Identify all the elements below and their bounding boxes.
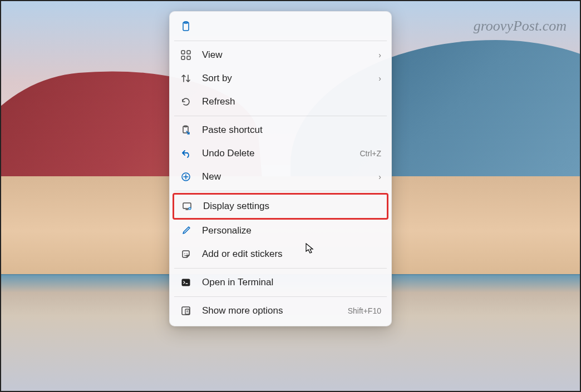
undo-icon [180,147,192,160]
refresh-icon [180,96,192,108]
menu-item-show-more-options[interactable]: Show more options Shift+F10 [173,299,388,322]
svg-rect-3 [187,51,190,54]
menu-separator [174,268,387,269]
menu-item-display-settings[interactable]: Display settings [173,193,388,220]
sort-icon [180,72,192,85]
menu-label: Personalize [202,225,381,236]
svg-rect-4 [181,56,185,59]
menu-label: Open in Terminal [202,277,381,288]
grid-icon [180,49,192,61]
menu-item-new[interactable]: New › [173,165,388,188]
clipboard-icon[interactable] [180,21,192,33]
menu-item-paste-shortcut[interactable]: Paste shortcut [173,118,388,142]
svg-rect-13 [182,279,190,286]
display-icon [181,200,193,212]
chevron-right-icon: › [378,74,381,83]
svg-point-11 [184,253,185,254]
menu-item-sort-by[interactable]: Sort by › [173,67,388,90]
svg-rect-2 [181,51,185,54]
sticker-icon [180,248,192,260]
menu-label: Sort by [202,73,378,84]
menu-item-personalize[interactable]: Personalize [173,219,388,242]
menu-item-undo-delete[interactable]: Undo Delete Ctrl+Z [173,142,388,165]
menu-label: New [202,171,378,182]
menu-item-open-terminal[interactable]: Open in Terminal [173,271,388,294]
menu-label: Add or edit stickers [202,249,381,260]
menu-header [173,15,388,38]
menu-label: Refresh [202,96,381,107]
menu-label: Show more options [202,305,348,316]
desktop-context-menu: View › Sort by › Refresh Paste shortcut … [169,11,392,326]
plus-circle-icon [180,171,192,183]
menu-separator [174,296,387,297]
paintbrush-icon [180,225,192,237]
menu-label: Undo Delete [202,148,360,159]
menu-item-refresh[interactable]: Refresh [173,90,388,113]
watermark-text: groovyPost.com [474,18,567,34]
menu-separator [174,116,387,116]
terminal-icon [180,276,192,289]
menu-separator [174,191,387,191]
menu-shortcut: Shift+F10 [348,306,381,315]
menu-label: View [202,49,378,61]
svg-point-12 [186,253,188,254]
paste-shortcut-icon [180,124,192,136]
menu-shortcut: Ctrl+Z [360,149,382,158]
chevron-right-icon: › [378,172,381,181]
menu-separator [174,41,387,41]
menu-item-view[interactable]: View › [173,43,388,67]
more-options-icon [180,305,192,317]
menu-item-stickers[interactable]: Add or edit stickers [173,242,388,266]
chevron-right-icon: › [378,51,381,59]
menu-label: Paste shortcut [202,125,381,136]
menu-label: Display settings [203,201,380,212]
svg-rect-5 [187,56,190,59]
